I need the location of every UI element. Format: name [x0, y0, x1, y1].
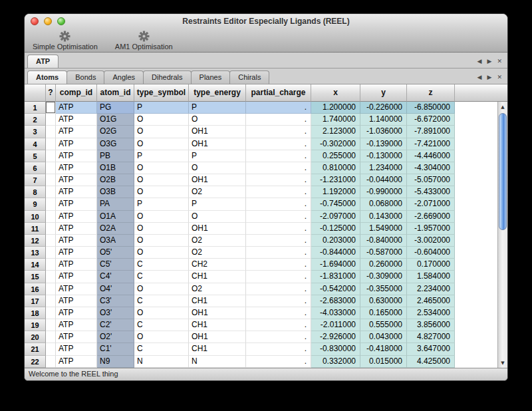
cell-atom-id[interactable]: O2G — [97, 126, 134, 138]
cell-type-symbol[interactable]: P — [134, 150, 189, 162]
cell-y[interactable]: 0.165000 — [360, 307, 407, 319]
cell-row-number[interactable]: 10 — [25, 211, 46, 223]
tab-scroll-left-icon[interactable]: ◀ — [477, 74, 482, 80]
table-row[interactable]: 6 ATP O1B O O . 0.810000 1.234000 -4.304… — [25, 162, 507, 174]
cell-z[interactable]: -2.669000 — [407, 211, 455, 223]
cell-type-symbol[interactable]: O — [134, 307, 189, 319]
table-row[interactable]: 10 ATP O1A O O . -2.097000 0.143000 -2.6… — [25, 211, 507, 223]
cell-z[interactable]: -7.421000 — [407, 138, 455, 150]
cell-type-energy[interactable]: O2 — [189, 235, 246, 247]
cell-y[interactable]: 1.549000 — [360, 223, 407, 235]
cell-x[interactable]: -1.694000 — [311, 259, 360, 271]
cell-y[interactable]: 1.140000 — [360, 114, 407, 126]
cell-type-symbol[interactable]: O — [134, 223, 189, 235]
cell-partial-charge[interactable]: . — [246, 247, 311, 259]
cell-partial-charge[interactable]: . — [246, 283, 311, 295]
cell-type-symbol[interactable]: P — [134, 102, 189, 114]
cell-comp-id[interactable]: ATP — [56, 150, 97, 162]
table-row[interactable]: 22 ATP N9 N N . 0.332000 0.015000 4.4250… — [25, 356, 507, 368]
cell-y[interactable]: -0.130000 — [360, 150, 407, 162]
cell-flag[interactable] — [46, 259, 56, 271]
cell-row-number[interactable]: 2 — [25, 114, 46, 126]
cell-type-symbol[interactable]: C — [134, 271, 189, 283]
cell-row-number[interactable]: 20 — [25, 331, 46, 343]
cell-partial-charge[interactable]: . — [246, 174, 311, 186]
cell-partial-charge[interactable]: . — [246, 343, 311, 355]
cell-partial-charge[interactable]: . — [246, 102, 311, 114]
cell-comp-id[interactable]: ATP — [56, 283, 97, 295]
cell-y[interactable]: -0.418000 — [360, 343, 407, 355]
section-tab[interactable]: Angles — [104, 70, 144, 84]
cell-y[interactable]: 0.015000 — [360, 356, 407, 368]
cell-comp-id[interactable]: ATP — [56, 307, 97, 319]
cell-x[interactable]: 2.123000 — [311, 126, 360, 138]
cell-partial-charge[interactable]: . — [246, 138, 311, 150]
cell-flag[interactable] — [46, 174, 56, 186]
cell-row-number[interactable]: 21 — [25, 343, 46, 355]
cell-y[interactable]: -0.355000 — [360, 283, 407, 295]
cell-type-symbol[interactable]: C — [134, 295, 189, 307]
section-tab[interactable]: Dihedrals — [143, 70, 191, 84]
cell-z[interactable]: -2.071000 — [407, 198, 455, 210]
minimize-window-button[interactable] — [44, 17, 52, 25]
cell-type-energy[interactable]: CH1 — [189, 271, 246, 283]
cell-z[interactable]: 4.827000 — [407, 331, 455, 343]
cell-type-energy[interactable]: CH1 — [189, 319, 246, 331]
header-cell-atom-id[interactable]: atom_id — [97, 84, 134, 102]
cell-atom-id[interactable]: PB — [97, 150, 134, 162]
cell-flag[interactable] — [46, 343, 56, 355]
table-row[interactable]: 11 ATP O2A O OH1 . -0.125000 1.549000 -1… — [25, 223, 507, 235]
scrollbar-thumb[interactable] — [499, 113, 507, 230]
cell-y[interactable]: 0.260000 — [360, 259, 407, 271]
cell-comp-id[interactable]: ATP — [56, 211, 97, 223]
cell-row-number[interactable]: 14 — [25, 259, 46, 271]
cell-type-symbol[interactable]: O — [134, 283, 189, 295]
cell-type-symbol[interactable]: O — [134, 186, 189, 198]
cell-atom-id[interactable]: O1G — [97, 114, 134, 126]
table-row[interactable]: 9 ATP PA P P . -0.745000 0.068000 -2.071… — [25, 198, 507, 210]
cell-row-number[interactable]: 13 — [25, 247, 46, 259]
cell-flag[interactable] — [46, 319, 56, 331]
cell-atom-id[interactable]: O3A — [97, 235, 134, 247]
cell-partial-charge[interactable]: . — [246, 271, 311, 283]
cell-comp-id[interactable]: ATP — [56, 126, 97, 138]
cell-y[interactable]: 0.068000 — [360, 198, 407, 210]
cell-x[interactable]: -0.125000 — [311, 223, 360, 235]
cell-atom-id[interactable]: O3G — [97, 138, 134, 150]
table-row[interactable]: 19 ATP C2' C CH1 . -2.011000 0.555000 3.… — [25, 319, 507, 331]
cell-x[interactable]: 0.255000 — [311, 150, 360, 162]
cell-y[interactable]: -0.840000 — [360, 235, 407, 247]
cell-type-symbol[interactable]: C — [134, 343, 189, 355]
toolbar-item[interactable]: Simple Optimisation — [33, 31, 98, 51]
cell-type-energy[interactable]: O2 — [189, 283, 246, 295]
cell-flag[interactable] — [46, 223, 56, 235]
cell-z[interactable]: 1.584000 — [407, 271, 455, 283]
table-row[interactable]: 21 ATP C1' C CH1 . -0.830000 -0.418000 3… — [25, 343, 507, 355]
cell-type-energy[interactable]: O — [189, 211, 246, 223]
cell-type-energy[interactable]: O — [189, 162, 246, 174]
cell-partial-charge[interactable]: . — [246, 356, 311, 368]
cell-flag[interactable] — [46, 295, 56, 307]
cell-comp-id[interactable]: ATP — [56, 319, 97, 331]
scroll-up-button[interactable]: ▲ — [498, 102, 507, 112]
cell-type-energy[interactable]: OH1 — [189, 174, 246, 186]
cell-z[interactable]: 2.234000 — [407, 283, 455, 295]
cell-type-symbol[interactable]: O — [134, 126, 189, 138]
section-tab[interactable]: Chirals — [229, 70, 269, 84]
header-cell-type-symbol[interactable]: type_symbol — [134, 84, 189, 102]
cell-z[interactable]: 2.534000 — [407, 307, 455, 319]
cell-y[interactable]: -0.044000 — [360, 174, 407, 186]
cell-type-symbol[interactable]: P — [134, 198, 189, 210]
cell-flag[interactable] — [46, 235, 56, 247]
cell-z[interactable]: 0.170000 — [407, 259, 455, 271]
cell-partial-charge[interactable]: . — [246, 186, 311, 198]
cell-row-number[interactable]: 11 — [25, 223, 46, 235]
cell-row-number[interactable]: 8 — [25, 186, 46, 198]
cell-z[interactable]: 2.465000 — [407, 295, 455, 307]
cell-partial-charge[interactable]: . — [246, 150, 311, 162]
cell-row-number[interactable]: 17 — [25, 295, 46, 307]
cell-partial-charge[interactable]: . — [246, 235, 311, 247]
cell-x[interactable]: 1.192000 — [311, 186, 360, 198]
cell-type-symbol[interactable]: N — [134, 356, 189, 368]
cell-partial-charge[interactable]: . — [246, 319, 311, 331]
